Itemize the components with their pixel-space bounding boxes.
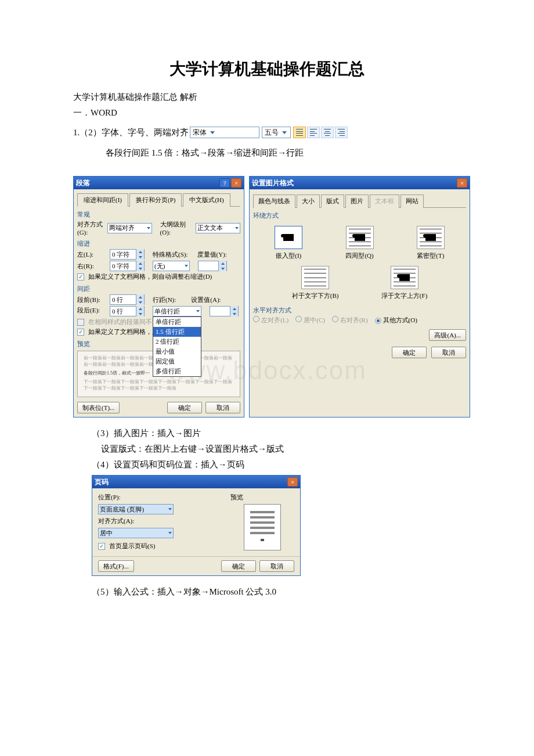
chevron-down-icon — [196, 310, 200, 312]
pn-format-button[interactable]: 格式(F)... — [98, 560, 134, 572]
align-right-button[interactable] — [335, 127, 348, 138]
picfmt-cancel-button[interactable]: 取消 — [431, 347, 466, 358]
tabstops-button[interactable]: 制表位(T)... — [77, 402, 120, 413]
picfmt-titlebar[interactable]: 设置图片格式 × — [250, 177, 470, 189]
section-word: 一．WORD — [73, 107, 470, 118]
opt-exact[interactable]: 固定值 — [153, 357, 201, 366]
wrap-inline[interactable] — [275, 226, 302, 249]
opt-atleast[interactable]: 最小值 — [153, 347, 201, 357]
halign-left-label: 左对齐(L) — [261, 316, 288, 323]
before-spinner[interactable]: 0 行 — [110, 294, 145, 305]
tab-size[interactable]: 大小 — [297, 195, 320, 208]
align-center-button[interactable] — [321, 127, 334, 138]
line-linespacing: 各段行间距 1.5 倍：格式→段落→缩进和间距→行距 — [106, 147, 470, 159]
halign-other-label: 其他方式(O) — [383, 316, 417, 323]
opt-double[interactable]: 2 倍行距 — [153, 337, 201, 347]
after-label: 段后(E): — [77, 306, 107, 315]
outline-select[interactable]: 正文文本 — [196, 223, 240, 233]
advanced-button[interactable]: 高级(A)... — [429, 329, 466, 341]
after-value: 0 行 — [110, 307, 136, 316]
halign-right-label: 右对齐(R) — [340, 316, 368, 323]
picfmt-ok-button[interactable]: 确定 — [392, 347, 427, 358]
tab-picture[interactable]: 图片 — [345, 195, 369, 208]
font-size-dropdown[interactable]: 五号 — [262, 127, 291, 138]
pn-preview — [244, 504, 281, 550]
pn-align-label: 对齐方式(A): — [98, 517, 213, 525]
tab-colors-lines[interactable]: 颜色与线条 — [253, 195, 295, 208]
right-value: 0 字符 — [110, 262, 136, 271]
linespace-value: 单倍行距 — [154, 307, 180, 316]
right-spinner[interactable]: 0 字符 — [110, 261, 145, 271]
tab-web[interactable]: 网站 — [400, 195, 424, 208]
halign-center-radio — [295, 316, 302, 322]
close-button[interactable]: × — [457, 178, 467, 188]
wrap-tight[interactable] — [417, 226, 445, 249]
measure-spinner[interactable] — [198, 261, 227, 271]
close-button[interactable]: × — [231, 178, 241, 188]
pn-align-select[interactable]: 居中 — [98, 528, 174, 538]
pn-preview-label: 预览 — [230, 494, 243, 501]
auto-indent-check[interactable]: ✓ — [77, 273, 84, 280]
pagenum-dialog: 页码 × 位置(P): 页面底端 (页脚) 对齐方式(A): 居中 ✓首页显示页… — [92, 475, 301, 576]
chevron-down-icon — [168, 508, 172, 510]
ok-button[interactable]: 确定 — [167, 402, 202, 413]
pn-firstpage-check[interactable]: ✓ — [98, 543, 105, 550]
group-general: 常规 — [77, 210, 240, 219]
tab-line-page-breaks[interactable]: 换行和分页(P) — [129, 193, 182, 207]
wrap-behind[interactable] — [301, 266, 329, 289]
linespace-select[interactable]: 单倍行距 — [153, 306, 201, 316]
wrap-front[interactable] — [391, 266, 418, 289]
pn-ok-button[interactable]: 确定 — [221, 560, 256, 572]
left-spinner[interactable]: 0 字符 — [110, 249, 145, 260]
special-select[interactable]: (无) — [153, 261, 190, 271]
font-name-value: 宋体 — [193, 128, 207, 138]
wrap-front-label: 浮于文字上方(F) — [381, 291, 427, 300]
align-justify-button[interactable] — [293, 127, 306, 138]
halign-center-label: 居中(C) — [304, 316, 325, 323]
wrap-tight-label: 紧密型(T) — [417, 251, 444, 260]
line-formula: （5）输入公式：插入→对象→Microsoft 公式 3.0 — [92, 586, 470, 597]
snapgrid-check[interactable]: ✓ — [77, 329, 84, 336]
help-button[interactable]: ? — [219, 178, 230, 188]
close-button[interactable]: × — [287, 477, 298, 487]
linespace-dropdown[interactable]: 单倍行距 1.5 倍行距 2 倍行距 最小值 固定值 多倍行距 — [153, 316, 201, 377]
picfmt-tabs: 颜色与线条 大小 版式 图片 文本框 网站 — [253, 194, 466, 208]
setvalue-label: 设置值(A): — [191, 296, 221, 304]
wrap-square[interactable] — [346, 226, 374, 249]
align-select[interactable]: 两端对齐 — [107, 223, 152, 233]
tab-layout[interactable]: 版式 — [321, 195, 344, 208]
doc-subtitle: 大学计算机基础操作题汇总 解析 — [73, 92, 470, 103]
before-value: 0 行 — [110, 296, 136, 304]
linespace-label: 行距(N): — [153, 296, 176, 304]
picture-format-dialog: 设置图片格式 × 颜色与线条 大小 版式 图片 文本框 网站 环绕方式 嵌入型(… — [249, 176, 470, 417]
preview-body3: 下一段落下一段落下一段落下一段落下一段落下一段落下一段落下一段落下一段落下一段落… — [84, 379, 234, 391]
wrap-behind-label: 衬于文字下方(B) — [292, 291, 339, 300]
tab-indent-spacing[interactable]: 缩进和间距(I) — [77, 193, 128, 207]
paragraph-titlebar[interactable]: 段落 ? × — [74, 177, 244, 189]
font-name-dropdown[interactable]: 宋体 — [190, 127, 259, 138]
chevron-down-icon — [235, 227, 239, 229]
setvalue-spinner[interactable] — [210, 306, 239, 316]
opt-multiple[interactable]: 多倍行距 — [153, 366, 201, 376]
wrap-inline-label: 嵌入型(I) — [276, 251, 301, 260]
align-value: 两端对齐 — [109, 224, 135, 232]
pagenum-titlebar[interactable]: 页码 × — [92, 476, 300, 488]
measure-label: 度量值(Y): — [197, 250, 227, 259]
pn-pos-value: 页面底端 (页脚) — [100, 505, 144, 514]
pn-firstpage-label: 首页显示页码(S) — [109, 542, 155, 550]
line1-prefix: 1.（2）字体、字号、两端对齐 — [73, 127, 189, 138]
align-label: 对齐方式(G): — [77, 220, 105, 236]
after-spinner[interactable]: 0 行 — [110, 306, 145, 316]
opt-single[interactable]: 单倍行距 — [153, 317, 201, 327]
before-label: 段前(B): — [77, 296, 107, 304]
halign-other-radio[interactable] — [375, 318, 381, 324]
pn-cancel-button[interactable]: 取消 — [259, 560, 294, 572]
tab-asian-typography[interactable]: 中文版式(H) — [183, 193, 230, 207]
cancel-button[interactable]: 取消 — [205, 402, 240, 413]
align-left-button[interactable] — [307, 127, 320, 138]
wrap-label: 环绕方式 — [253, 211, 466, 220]
opt-1-5[interactable]: 1.5 倍行距 — [153, 327, 201, 337]
pn-align-value: 居中 — [100, 529, 113, 538]
left-value: 0 字符 — [110, 250, 136, 259]
pn-pos-select[interactable]: 页面底端 (页脚) — [98, 504, 174, 514]
